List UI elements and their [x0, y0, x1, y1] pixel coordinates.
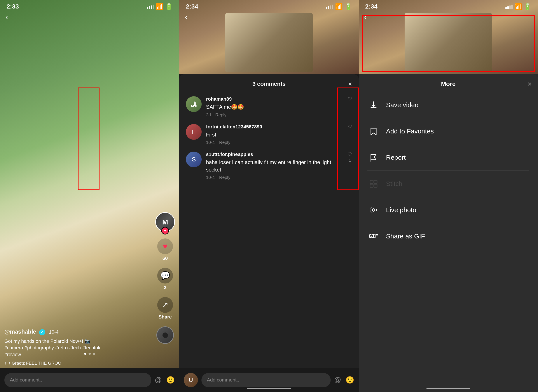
home-indicator-2: [247, 388, 291, 389]
status-bar-1: 2:33 📶 🔋: [0, 0, 179, 13]
more-close-button[interactable]: ×: [528, 80, 531, 88]
comment-action-icons-2: @ 🙂: [334, 376, 354, 384]
comment-avatar-1: 🏞: [186, 96, 202, 112]
video-preview-3: 2:34 📶 🔋 ‹: [359, 0, 538, 74]
back-button-2[interactable]: ‹: [185, 12, 188, 22]
menu-item-live-photo[interactable]: Live photo: [359, 197, 538, 223]
menu-item-save-video[interactable]: Save video: [359, 92, 538, 118]
wifi-icon: 📶: [156, 3, 163, 10]
add-to-favorites-icon: [367, 125, 380, 137]
status-icons-3: 📶 🔋: [506, 3, 531, 10]
signal-icon-3: [506, 4, 513, 9]
comment-username-2: fortnitekitten1234567890: [206, 124, 343, 130]
comment-body-2: fortnitekitten1234567890 First 10-4 Repl…: [206, 124, 343, 145]
save-video-label: Save video: [386, 101, 418, 109]
video-caption: Got my hands on the Polaroid Now+! 📷#cam…: [4, 338, 158, 358]
comment-button[interactable]: 💬 3: [157, 268, 173, 290]
comment-text-1: SAFTA me🤩🤩: [206, 103, 343, 111]
signal-icon: [147, 4, 154, 9]
follow-plus-button[interactable]: +: [161, 227, 169, 234]
comment-text-2: First: [206, 131, 343, 139]
comment-item: F fortnitekitten1234567890 First 10-4 Re…: [186, 124, 352, 145]
verified-badge: ✓: [39, 329, 45, 335]
music-disc: [156, 326, 174, 344]
music-text: ♪ Graetz FEEL THE GROO: [8, 361, 61, 366]
comment-action-icons-1: @ 🙂: [155, 376, 175, 384]
right-actions: M + ♥ 60 💬 3 ↗ Share: [155, 212, 175, 344]
share-label: Share: [158, 314, 172, 320]
svg-rect-4: [374, 184, 377, 187]
live-photo-label: Live photo: [386, 206, 416, 214]
report-icon: [367, 151, 380, 163]
wifi-icon-3: 📶: [514, 3, 522, 10]
more-title: More: [441, 80, 456, 88]
wifi-icon-2: 📶: [335, 3, 343, 10]
share-icon: ↗: [157, 297, 173, 313]
comment-avatar-2: F: [186, 124, 202, 140]
menu-item-report[interactable]: Report: [359, 144, 538, 170]
comment-username-1: rohaman89: [206, 96, 343, 102]
creator-avatar-container[interactable]: M +: [155, 212, 175, 232]
heart-icon: ♥: [157, 238, 173, 254]
back-button-3[interactable]: ‹: [364, 12, 367, 22]
like-button[interactable]: ♥ 60: [157, 238, 173, 261]
report-label: Report: [386, 154, 406, 161]
video-thumbnail-2: [225, 13, 313, 72]
panel-comments: 2:34 📶 🔋 ‹ 3 comments × 🏞: [179, 0, 359, 392]
svg-rect-3: [370, 184, 373, 187]
video-thumbnail-3: [405, 13, 492, 72]
comment-meta-3: 10-4 Reply: [206, 175, 343, 180]
stitch-icon: [367, 178, 380, 190]
comment-body-3: s1uttt.for.pineapples haha loser I can a…: [206, 152, 343, 180]
comments-sheet: 3 comments × 🏞 rohaman89 SAFTA me🤩🤩 2d R…: [179, 74, 359, 392]
music-info: ♪ ♪ Graetz FEEL THE GROO: [4, 361, 158, 366]
like-heart-icon-2: ♡: [348, 124, 352, 130]
mention-icon-2[interactable]: @: [334, 376, 341, 384]
like-heart-icon-1: ♡: [348, 96, 352, 102]
emoji-icon-2[interactable]: 🙂: [346, 376, 354, 384]
comment-text-3: haha loser I can actually fit my entire …: [206, 159, 343, 173]
comment-input-2[interactable]: Add comment...: [201, 373, 331, 387]
comment-reply-3[interactable]: Reply: [219, 175, 230, 180]
comment-username-3: s1uttt.for.pineapples: [206, 152, 343, 157]
comment-time-3: 10-4: [206, 175, 215, 180]
share-button[interactable]: ↗ Share: [157, 297, 173, 320]
status-time-2: 2:34: [186, 3, 198, 10]
comment-input-1[interactable]: Add comment...: [4, 373, 151, 387]
creator-username: @mashable ✓ 10-4: [4, 328, 158, 335]
comment-time-1: 2d: [206, 112, 211, 117]
battery-icon-3: 🔋: [524, 3, 531, 10]
menu-item-add-to-favorites[interactable]: Add to Favorites: [359, 118, 538, 144]
comment-bar-1: Add comment... @ 🙂: [0, 368, 179, 392]
save-video-icon: [367, 99, 380, 111]
signal-icon-2: [326, 4, 333, 9]
comment-avatar-3: S: [186, 152, 202, 167]
comment-time-2: 10-4: [206, 140, 215, 145]
status-icons-1: 📶 🔋: [147, 3, 173, 10]
mention-icon-1[interactable]: @: [155, 376, 162, 384]
emoji-icon-1[interactable]: 🙂: [166, 376, 175, 384]
comments-list: 🏞 rohaman89 SAFTA me🤩🤩 2d Reply ♡ F: [179, 92, 359, 368]
comment-item: S s1uttt.for.pineapples haha loser I can…: [186, 152, 352, 180]
comment-like-1[interactable]: ♡: [348, 96, 352, 102]
comment-like-3[interactable]: ♡ 1: [348, 152, 352, 163]
user-avatar-2: U: [184, 373, 198, 387]
menu-item-share-as-gif[interactable]: GIF Share as GIF: [359, 223, 538, 249]
svg-point-5: [372, 209, 375, 211]
post-timestamp: 10-4: [49, 329, 59, 335]
likes-count: 60: [162, 256, 168, 261]
video-info: @mashable ✓ 10-4 Got my hands on the Pol…: [4, 328, 158, 366]
like-heart-icon-3: ♡: [348, 152, 352, 157]
comments-close-button[interactable]: ×: [348, 80, 352, 88]
comments-title: 3 comments: [252, 80, 286, 87]
stitch-label: Stitch: [386, 180, 402, 187]
comment-reply-1[interactable]: Reply: [215, 112, 226, 117]
comment-like-2[interactable]: ♡: [348, 124, 352, 130]
comment-item: 🏞 rohaman89 SAFTA me🤩🤩 2d Reply ♡: [186, 96, 352, 117]
menu-item-stitch: Stitch: [359, 171, 538, 197]
comment-placeholder-2: Add comment...: [207, 377, 241, 383]
comment-reply-2[interactable]: Reply: [219, 140, 230, 145]
comments-sheet-header: 3 comments ×: [179, 74, 359, 92]
back-button-1[interactable]: ‹: [5, 12, 8, 22]
battery-icon: 🔋: [165, 3, 173, 10]
